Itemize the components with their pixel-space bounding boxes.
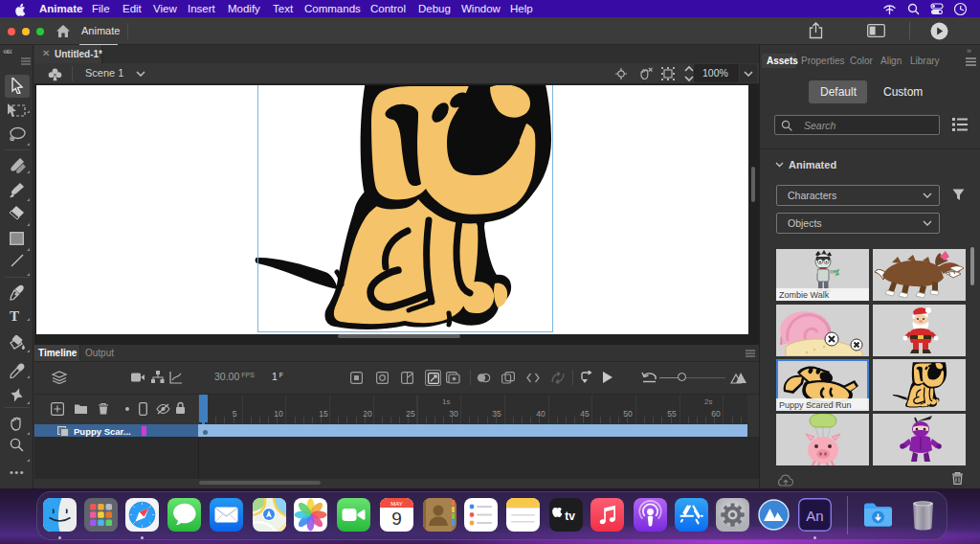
svg-text:MAY: MAY (390, 501, 403, 507)
svg-text:tv: tv (565, 510, 575, 523)
svg-text:9: 9 (391, 509, 402, 529)
svg-text:An: An (806, 508, 823, 524)
